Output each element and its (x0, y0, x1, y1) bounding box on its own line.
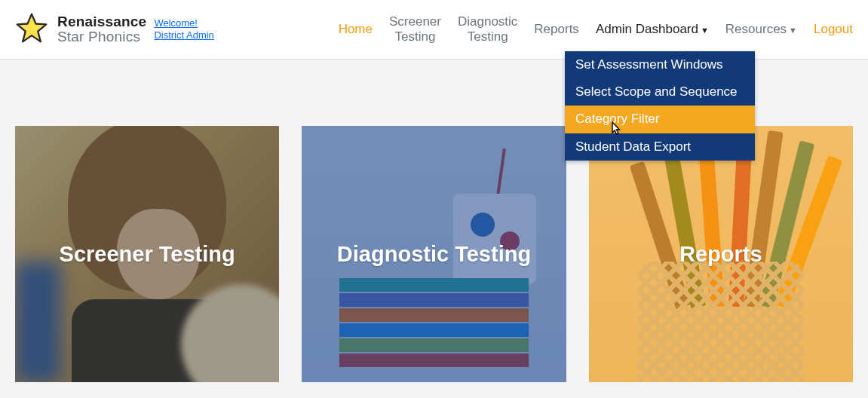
main-nav: Home Screener Testing Diagnostic Testing… (339, 14, 853, 44)
admin-dashboard-dropdown: Set Assessment Windows Select Scope and … (565, 51, 755, 161)
card-screener-testing[interactable]: Screener Testing (15, 126, 279, 382)
card-title: Screener Testing (60, 242, 235, 267)
dropdown-category-filter[interactable]: Category Filter (565, 106, 755, 133)
dropdown-student-data-export[interactable]: Student Data Export (565, 133, 755, 161)
card-title: Diagnostic Testing (337, 242, 531, 267)
caret-down-icon: ▼ (701, 26, 709, 35)
card-diagnostic-testing[interactable]: Diagnostic Testing (302, 126, 566, 382)
nav-diagnostic-testing[interactable]: Diagnostic Testing (458, 14, 517, 44)
welcome-link[interactable]: Welcome! District Admin (154, 17, 229, 42)
brand-text: Renaissance Star Phonics (57, 14, 146, 44)
nav-admin-dashboard[interactable]: Admin Dashboard▼ (596, 22, 709, 37)
logo-block: Renaissance Star Phonics (15, 11, 146, 47)
brand-line2: Star Phonics (57, 29, 146, 44)
dropdown-set-assessment-windows[interactable]: Set Assessment Windows (565, 51, 755, 78)
caret-down-icon: ▼ (789, 26, 797, 35)
nav-resources[interactable]: Resources▼ (725, 22, 797, 37)
nav-screener-testing[interactable]: Screener Testing (389, 14, 441, 44)
nav-resources-label: Resources (725, 22, 787, 36)
star-icon (15, 11, 48, 47)
card-title: Reports (679, 242, 762, 267)
nav-logout[interactable]: Logout (814, 22, 853, 37)
card-reports[interactable]: Reports (589, 126, 853, 382)
brand-line1: Renaissance (57, 14, 146, 29)
nav-admin-label: Admin Dashboard (596, 22, 698, 36)
dropdown-select-scope-sequence[interactable]: Select Scope and Sequence (565, 78, 755, 106)
nav-home[interactable]: Home (339, 22, 373, 37)
top-header: Renaissance Star Phonics Welcome! Distri… (0, 0, 868, 60)
nav-reports[interactable]: Reports (534, 22, 579, 37)
